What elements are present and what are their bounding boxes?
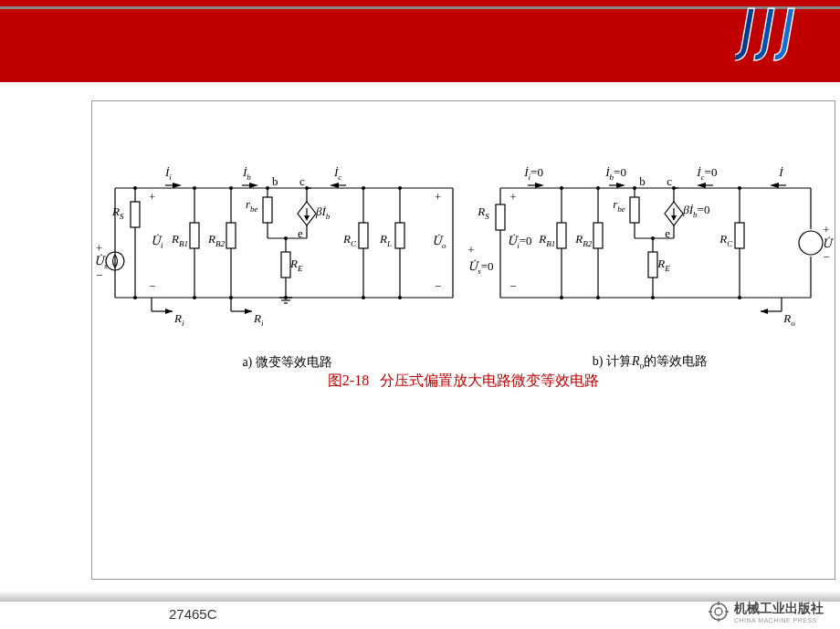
svg-point-54 — [284, 236, 288, 240]
label-RB2: RB2 — [208, 232, 225, 248]
minus-us: − — [96, 268, 102, 283]
svg-point-111 — [710, 603, 727, 620]
svg-point-48 — [193, 186, 196, 190]
publisher-en: CHINA MACHINE PRESS — [734, 617, 824, 624]
label-RC: RC — [719, 232, 732, 248]
footer-code: 27465C — [169, 606, 217, 622]
plus-u: + — [823, 223, 829, 237]
svg-rect-29 — [359, 223, 368, 248]
label-U: U̇ — [822, 236, 832, 251]
svg-point-52 — [362, 186, 365, 190]
footer-bar: 27465C 机械工业出版社 CHINA MACHINE PRESS — [0, 597, 840, 629]
svg-point-55 — [193, 296, 196, 299]
label-rbe: rbe — [613, 197, 625, 214]
svg-marker-43 — [165, 309, 173, 314]
svg-point-51 — [305, 186, 309, 190]
svg-point-106 — [651, 236, 655, 240]
plus-uo: + — [435, 190, 441, 204]
svg-rect-72 — [630, 197, 639, 223]
svg-marker-27 — [304, 215, 310, 221]
label-Ui0: U̇i=0 — [507, 234, 531, 250]
minus-ui: − — [509, 279, 516, 294]
publisher-block: 机械工业出版社 CHINA MACHINE PRESS — [709, 600, 824, 624]
label-Ib0: İb=0 — [605, 165, 626, 182]
svg-point-60 — [133, 186, 137, 190]
svg-point-112 — [715, 608, 722, 615]
svg-rect-3 — [131, 202, 140, 227]
circuit-diagrams: İi İb İc b c e RS U̇i U̇s RB1 RB2 rbe RE… — [101, 152, 827, 371]
svg-rect-66 — [557, 223, 566, 248]
gear-icon — [709, 602, 729, 622]
label-RL: RL — [380, 232, 392, 248]
svg-point-104 — [672, 186, 676, 190]
plus-us: + — [467, 243, 474, 257]
svg-point-101 — [560, 186, 563, 190]
label-Ro: Ro — [783, 311, 795, 328]
label-node-c: c — [667, 174, 672, 189]
label-Ri2: Ri — [254, 311, 263, 328]
label-Rs: RS — [478, 204, 489, 221]
label-Ib: İb — [243, 165, 251, 182]
label-Ic0: İc=0 — [697, 165, 717, 182]
label-Ic: İc — [334, 165, 341, 182]
header-divider — [0, 6, 840, 9]
svg-rect-69 — [593, 223, 603, 248]
label-Ui: U̇i — [151, 234, 163, 250]
svg-point-57 — [284, 296, 288, 299]
label-beta: βİb — [316, 204, 330, 221]
label-beta0: βİb=0 — [683, 203, 709, 219]
svg-rect-84 — [735, 223, 744, 248]
svg-point-61 — [133, 296, 137, 299]
svg-point-105 — [738, 186, 741, 190]
label-node-e: e — [665, 226, 670, 241]
svg-point-89 — [799, 231, 823, 255]
publisher-name: 机械工业出版社 — [734, 601, 824, 615]
label-RB1: RB1 — [539, 232, 555, 248]
label-Uo: U̇o — [432, 234, 446, 250]
plus-us: + — [96, 241, 102, 256]
svg-marker-99 — [761, 309, 768, 314]
label-RE: RE — [657, 257, 670, 273]
svg-point-59 — [398, 296, 402, 299]
label-node-c: c — [299, 174, 305, 189]
label-node-e: e — [298, 226, 303, 241]
label-I: İ — [779, 165, 782, 180]
label-node-b: b — [639, 174, 646, 189]
plus-ui: + — [149, 190, 155, 204]
svg-point-53 — [398, 186, 402, 190]
minus-ui: − — [149, 279, 155, 294]
label-Rs: RS — [112, 204, 124, 221]
svg-point-56 — [229, 296, 233, 299]
svg-rect-8 — [190, 223, 199, 248]
svg-point-49 — [229, 186, 233, 190]
svg-point-103 — [633, 186, 636, 190]
svg-rect-65 — [496, 204, 505, 230]
label-Ii: İi — [165, 165, 172, 182]
label-RC: RC — [343, 232, 356, 248]
publisher-logo-icon — [735, 0, 822, 82]
svg-rect-14 — [263, 197, 272, 223]
label-RB1: RB1 — [172, 232, 188, 248]
svg-point-110 — [738, 296, 741, 299]
svg-point-58 — [362, 296, 365, 299]
label-RE: RE — [290, 257, 303, 273]
svg-rect-76 — [648, 252, 657, 278]
svg-point-108 — [596, 296, 600, 299]
header-bar — [0, 0, 840, 82]
label-Us0: U̇s=0 — [467, 259, 493, 276]
minus-u: − — [823, 250, 829, 265]
circuit-b: İi=0 İb=0 İc=0 İ b c e RS U̇i=0 U̇s=0 RB… — [473, 152, 827, 371]
label-RB2: RB2 — [575, 232, 592, 248]
sub-caption-b: b) 计算Ro的等效电路 — [473, 353, 827, 371]
svg-point-109 — [651, 296, 655, 299]
minus-uo: − — [435, 279, 441, 294]
label-rbe: rbe — [246, 197, 258, 214]
label-Ii0: İi=0 — [524, 165, 543, 182]
label-Us: U̇s — [94, 254, 108, 270]
svg-rect-11 — [226, 223, 236, 248]
label-Ri1: Ri — [174, 311, 184, 328]
label-node-b: b — [272, 174, 278, 189]
svg-point-107 — [560, 296, 563, 299]
svg-rect-32 — [395, 223, 404, 248]
circuit-a: İi İb İc b c e RS U̇i U̇s RB1 RB2 rbe RE… — [101, 152, 473, 371]
